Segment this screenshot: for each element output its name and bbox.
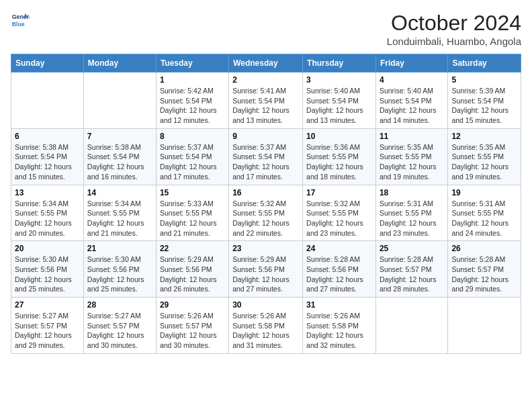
weekday-header-row: SundayMondayTuesdayWednesdayThursdayFrid… — [11, 54, 521, 73]
day-number: 16 — [232, 188, 299, 197]
day-number: 24 — [306, 244, 372, 253]
calendar-cell: 9Sunrise: 5:37 AMSunset: 5:54 PMDaylight… — [229, 128, 303, 185]
day-number: 9 — [232, 132, 299, 141]
day-detail: Sunrise: 5:40 AMSunset: 5:54 PMDaylight:… — [306, 86, 372, 126]
day-number: 15 — [160, 188, 225, 197]
day-number: 8 — [160, 132, 225, 141]
day-detail: Sunrise: 5:31 AMSunset: 5:55 PMDaylight:… — [380, 199, 444, 238]
calendar-week-row: 13Sunrise: 5:34 AMSunset: 5:55 PMDayligh… — [11, 185, 521, 241]
weekday-header: Saturday — [448, 54, 521, 73]
calendar-cell: 1Sunrise: 5:42 AMSunset: 5:54 PMDaylight… — [156, 73, 228, 129]
weekday-header: Sunday — [11, 54, 84, 73]
calendar-cell: 14Sunrise: 5:34 AMSunset: 5:55 PMDayligh… — [83, 185, 156, 241]
calendar-cell — [448, 298, 521, 354]
day-detail: Sunrise: 5:38 AMSunset: 5:54 PMDaylight:… — [87, 142, 152, 182]
day-detail: Sunrise: 5:35 AMSunset: 5:55 PMDaylight:… — [451, 142, 517, 182]
calendar-cell — [11, 73, 84, 129]
logo: General Blue — [11, 11, 30, 30]
calendar-cell: 26Sunrise: 5:28 AMSunset: 5:57 PMDayligh… — [448, 241, 521, 298]
page-header: General Blue October 2024 Londuimbali, H… — [11, 11, 521, 47]
day-detail: Sunrise: 5:42 AMSunset: 5:54 PMDaylight:… — [160, 86, 225, 126]
day-number: 12 — [451, 132, 517, 141]
day-number: 6 — [15, 132, 80, 141]
day-number: 28 — [87, 300, 152, 310]
calendar-cell: 28Sunrise: 5:27 AMSunset: 5:57 PMDayligh… — [83, 298, 156, 354]
calendar-table: SundayMondayTuesdayWednesdayThursdayFrid… — [11, 54, 521, 354]
day-number: 26 — [451, 244, 517, 253]
calendar-cell: 16Sunrise: 5:32 AMSunset: 5:55 PMDayligh… — [229, 185, 303, 241]
day-detail: Sunrise: 5:31 AMSunset: 5:55 PMDaylight:… — [451, 199, 517, 238]
day-number: 23 — [232, 244, 299, 253]
day-detail: Sunrise: 5:32 AMSunset: 5:55 PMDaylight:… — [232, 199, 299, 238]
calendar-cell: 8Sunrise: 5:37 AMSunset: 5:54 PMDaylight… — [156, 128, 228, 185]
weekday-header: Friday — [375, 54, 447, 73]
calendar-cell: 20Sunrise: 5:30 AMSunset: 5:56 PMDayligh… — [11, 241, 84, 298]
day-number: 27 — [15, 300, 80, 310]
day-detail: Sunrise: 5:27 AMSunset: 5:57 PMDaylight:… — [15, 311, 80, 351]
day-number: 14 — [87, 188, 152, 197]
calendar-cell: 7Sunrise: 5:38 AMSunset: 5:54 PMDaylight… — [83, 128, 156, 185]
calendar-cell: 4Sunrise: 5:40 AMSunset: 5:54 PMDaylight… — [375, 73, 447, 129]
day-detail: Sunrise: 5:26 AMSunset: 5:58 PMDaylight:… — [232, 311, 299, 351]
day-number: 20 — [15, 244, 80, 253]
month-title: October 2024 — [387, 11, 521, 36]
svg-text:Blue: Blue — [12, 21, 25, 28]
day-detail: Sunrise: 5:37 AMSunset: 5:54 PMDaylight:… — [160, 142, 225, 182]
day-detail: Sunrise: 5:28 AMSunset: 5:56 PMDaylight:… — [306, 255, 372, 294]
calendar-cell: 23Sunrise: 5:29 AMSunset: 5:56 PMDayligh… — [229, 241, 303, 298]
day-number: 2 — [232, 75, 299, 85]
calendar-week-row: 20Sunrise: 5:30 AMSunset: 5:56 PMDayligh… — [11, 241, 521, 298]
day-number: 4 — [380, 75, 444, 85]
calendar-cell: 30Sunrise: 5:26 AMSunset: 5:58 PMDayligh… — [229, 298, 303, 354]
day-number: 30 — [232, 300, 299, 310]
calendar-cell: 6Sunrise: 5:38 AMSunset: 5:54 PMDaylight… — [11, 128, 84, 185]
day-number: 17 — [306, 188, 372, 197]
calendar-cell — [83, 73, 156, 129]
day-detail: Sunrise: 5:28 AMSunset: 5:57 PMDaylight:… — [380, 255, 444, 294]
day-detail: Sunrise: 5:26 AMSunset: 5:58 PMDaylight:… — [306, 311, 372, 351]
weekday-header: Monday — [83, 54, 156, 73]
calendar-cell: 18Sunrise: 5:31 AMSunset: 5:55 PMDayligh… — [375, 185, 447, 241]
day-number: 1 — [160, 75, 225, 85]
day-detail: Sunrise: 5:38 AMSunset: 5:54 PMDaylight:… — [15, 142, 80, 182]
day-detail: Sunrise: 5:37 AMSunset: 5:54 PMDaylight:… — [232, 142, 299, 182]
logo-icon: General Blue — [11, 11, 30, 30]
day-detail: Sunrise: 5:39 AMSunset: 5:54 PMDaylight:… — [451, 86, 517, 126]
day-number: 11 — [380, 132, 444, 141]
day-detail: Sunrise: 5:29 AMSunset: 5:56 PMDaylight:… — [232, 255, 299, 294]
calendar-week-row: 6Sunrise: 5:38 AMSunset: 5:54 PMDaylight… — [11, 128, 521, 185]
day-number: 21 — [87, 244, 152, 253]
day-detail: Sunrise: 5:29 AMSunset: 5:56 PMDaylight:… — [160, 255, 225, 294]
day-number: 5 — [451, 75, 517, 85]
calendar-cell: 25Sunrise: 5:28 AMSunset: 5:57 PMDayligh… — [375, 241, 447, 298]
day-number: 3 — [306, 75, 372, 85]
calendar-cell: 17Sunrise: 5:32 AMSunset: 5:55 PMDayligh… — [303, 185, 376, 241]
calendar-cell: 31Sunrise: 5:26 AMSunset: 5:58 PMDayligh… — [303, 298, 376, 354]
calendar-week-row: 27Sunrise: 5:27 AMSunset: 5:57 PMDayligh… — [11, 298, 521, 354]
calendar-cell: 19Sunrise: 5:31 AMSunset: 5:55 PMDayligh… — [448, 185, 521, 241]
calendar-week-row: 1Sunrise: 5:42 AMSunset: 5:54 PMDaylight… — [11, 73, 521, 129]
day-detail: Sunrise: 5:33 AMSunset: 5:55 PMDaylight:… — [160, 199, 225, 238]
day-detail: Sunrise: 5:27 AMSunset: 5:57 PMDaylight:… — [87, 311, 152, 351]
day-detail: Sunrise: 5:30 AMSunset: 5:56 PMDaylight:… — [15, 255, 80, 294]
weekday-header: Thursday — [303, 54, 376, 73]
weekday-header: Wednesday — [229, 54, 303, 73]
calendar-cell: 10Sunrise: 5:36 AMSunset: 5:55 PMDayligh… — [303, 128, 376, 185]
title-area: October 2024 Londuimbali, Huambo, Angola — [387, 11, 521, 47]
day-number: 19 — [451, 188, 517, 197]
calendar-cell: 11Sunrise: 5:35 AMSunset: 5:55 PMDayligh… — [375, 128, 447, 185]
day-number: 18 — [380, 188, 444, 197]
calendar-cell: 15Sunrise: 5:33 AMSunset: 5:55 PMDayligh… — [156, 185, 228, 241]
weekday-header: Tuesday — [156, 54, 228, 73]
calendar-cell: 13Sunrise: 5:34 AMSunset: 5:55 PMDayligh… — [11, 185, 84, 241]
day-number: 31 — [306, 300, 372, 310]
calendar-cell: 12Sunrise: 5:35 AMSunset: 5:55 PMDayligh… — [448, 128, 521, 185]
calendar-cell — [375, 298, 447, 354]
day-number: 29 — [160, 300, 225, 310]
calendar-cell: 29Sunrise: 5:26 AMSunset: 5:57 PMDayligh… — [156, 298, 228, 354]
day-number: 7 — [87, 132, 152, 141]
day-number: 10 — [306, 132, 372, 141]
calendar-cell: 24Sunrise: 5:28 AMSunset: 5:56 PMDayligh… — [303, 241, 376, 298]
day-detail: Sunrise: 5:30 AMSunset: 5:56 PMDaylight:… — [87, 255, 152, 294]
calendar-cell: 2Sunrise: 5:41 AMSunset: 5:54 PMDaylight… — [229, 73, 303, 129]
